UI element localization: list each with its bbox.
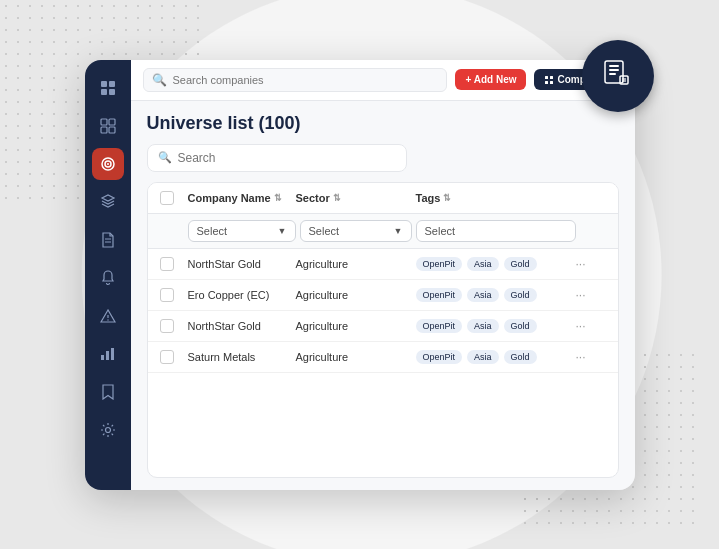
- top-search-input[interactable]: [173, 74, 439, 86]
- sidebar-icon-bell[interactable]: [92, 262, 124, 294]
- row-checkbox-3[interactable]: [160, 319, 188, 333]
- svg-rect-10: [109, 89, 115, 95]
- top-search-container: 🔍: [143, 68, 448, 92]
- company-name-cell: NorthStar Gold: [188, 258, 296, 270]
- sector-cell: Agriculture: [296, 258, 416, 270]
- company-name-cell: Ero Copper (EC): [188, 289, 296, 301]
- sidebar: [85, 60, 131, 490]
- column-header-tags: Tags ⇅: [416, 191, 576, 205]
- svg-rect-23: [106, 351, 109, 360]
- main-content: 🔍 + Add New Company S Universe list (100…: [131, 60, 635, 490]
- checkbox-header[interactable]: [160, 191, 188, 205]
- svg-rect-24: [111, 348, 114, 360]
- search-bar-container: 🔍: [147, 144, 407, 172]
- tag-openpit: OpenPit: [416, 319, 463, 333]
- sidebar-icon-layers[interactable]: [92, 186, 124, 218]
- add-new-button[interactable]: + Add New: [455, 69, 526, 90]
- tag-gold: Gold: [504, 257, 537, 271]
- svg-point-21: [107, 319, 108, 320]
- dropdown-chevron-company: ▼: [278, 226, 287, 236]
- tags-cell: OpenPit Asia Gold: [416, 288, 576, 302]
- tag-gold: Gold: [504, 350, 537, 364]
- company-filter-select[interactable]: Select ▼: [188, 220, 296, 242]
- table-row: NorthStar Gold Agriculture OpenPit Asia …: [148, 311, 618, 342]
- svg-rect-29: [550, 81, 553, 84]
- company-name-cell: Saturn Metals: [188, 351, 296, 363]
- svg-rect-28: [545, 81, 548, 84]
- row-checkbox-2[interactable]: [160, 288, 188, 302]
- dropdown-chevron-sector: ▼: [394, 226, 403, 236]
- data-table: Company Name ⇅ Sector ⇅ Tags ⇅: [147, 182, 619, 478]
- sector-cell: Agriculture: [296, 289, 416, 301]
- tags-filter-select[interactable]: Select: [416, 220, 576, 242]
- tags-cell: OpenPit Asia Gold: [416, 257, 576, 271]
- row-more-icon[interactable]: ···: [576, 257, 606, 271]
- sector-cell: Agriculture: [296, 320, 416, 332]
- svg-rect-1: [609, 65, 619, 67]
- row-checkbox-4[interactable]: [160, 350, 188, 364]
- top-bar: 🔍 + Add New Company S: [131, 60, 635, 101]
- table-header: Company Name ⇅ Sector ⇅ Tags ⇅: [148, 183, 618, 214]
- svg-rect-26: [545, 76, 548, 79]
- tag-openpit: OpenPit: [416, 257, 463, 271]
- sort-sector-icon[interactable]: ⇅: [333, 193, 341, 203]
- sort-company-icon[interactable]: ⇅: [274, 193, 282, 203]
- table-row: Ero Copper (EC) Agriculture OpenPit Asia…: [148, 280, 618, 311]
- top-search-icon: 🔍: [152, 73, 167, 87]
- tag-asia: Asia: [467, 257, 499, 271]
- svg-rect-3: [609, 73, 616, 75]
- svg-rect-14: [109, 127, 115, 133]
- table-row: Saturn Metals Agriculture OpenPit Asia G…: [148, 342, 618, 373]
- tag-gold: Gold: [504, 288, 537, 302]
- table-row: NorthStar Gold Agriculture OpenPit Asia …: [148, 249, 618, 280]
- sidebar-icon-settings[interactable]: [92, 414, 124, 446]
- tag-asia: Asia: [467, 350, 499, 364]
- svg-rect-11: [101, 119, 107, 125]
- sort-tags-icon[interactable]: ⇅: [443, 193, 451, 203]
- svg-rect-27: [550, 76, 553, 79]
- row-more-icon[interactable]: ···: [576, 319, 606, 333]
- sector-cell: Agriculture: [296, 351, 416, 363]
- search-input[interactable]: [178, 151, 396, 165]
- sidebar-icon-logo[interactable]: [92, 72, 124, 104]
- filter-row: Select ▼ Select ▼ Select: [148, 214, 618, 249]
- tag-openpit: OpenPit: [416, 288, 463, 302]
- sidebar-icon-chart[interactable]: [92, 338, 124, 370]
- row-more-icon[interactable]: ···: [576, 350, 606, 364]
- sidebar-icon-bookmark[interactable]: [92, 376, 124, 408]
- tags-cell: OpenPit Asia Gold: [416, 319, 576, 333]
- tag-gold: Gold: [504, 319, 537, 333]
- svg-rect-7: [101, 81, 107, 87]
- svg-point-25: [105, 427, 110, 432]
- column-header-company: Company Name ⇅: [188, 191, 296, 205]
- tag-asia: Asia: [467, 288, 499, 302]
- tag-asia: Asia: [467, 319, 499, 333]
- svg-rect-8: [109, 81, 115, 87]
- sidebar-icon-document[interactable]: [92, 224, 124, 256]
- main-window: 🔍 + Add New Company S Universe list (100…: [85, 60, 635, 490]
- svg-point-17: [107, 163, 109, 165]
- svg-rect-13: [101, 127, 107, 133]
- sidebar-icon-target[interactable]: [92, 148, 124, 180]
- company-name-cell: NorthStar Gold: [188, 320, 296, 332]
- sector-filter-select[interactable]: Select ▼: [300, 220, 412, 242]
- column-header-sector: Sector ⇅: [296, 191, 416, 205]
- sidebar-icon-dashboard[interactable]: [92, 110, 124, 142]
- sidebar-icon-warning[interactable]: [92, 300, 124, 332]
- tag-openpit: OpenPit: [416, 350, 463, 364]
- content-area: Universe list (100) 🔍 Company Name ⇅: [131, 101, 635, 490]
- svg-rect-22: [101, 355, 104, 360]
- svg-rect-2: [609, 69, 619, 71]
- row-checkbox-1[interactable]: [160, 257, 188, 271]
- search-icon: 🔍: [158, 151, 172, 164]
- svg-rect-12: [109, 119, 115, 125]
- report-icon-badge: [582, 40, 654, 112]
- page-title: Universe list (100): [147, 113, 619, 134]
- tags-cell: OpenPit Asia Gold: [416, 350, 576, 364]
- svg-rect-9: [101, 89, 107, 95]
- row-more-icon[interactable]: ···: [576, 288, 606, 302]
